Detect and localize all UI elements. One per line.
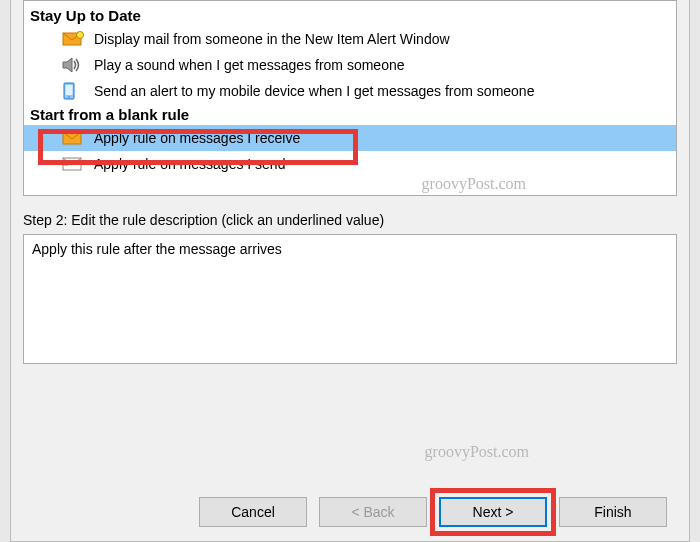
- section-header-blank-rule: Start from a blank rule: [24, 104, 676, 125]
- svg-point-5: [68, 96, 70, 98]
- rule-item-send[interactable]: Apply rule on messages I send: [24, 151, 676, 177]
- rule-template-list: Stay Up to Date Display mail from someon…: [23, 0, 677, 196]
- speaker-icon: [62, 57, 86, 73]
- section-header-stay-up-to-date: Stay Up to Date: [24, 5, 676, 26]
- finish-button[interactable]: Finish: [559, 497, 667, 527]
- rule-item-label: Display mail from someone in the New Ite…: [94, 29, 450, 49]
- rule-item-receive[interactable]: Apply rule on messages I receive: [24, 125, 676, 151]
- step2-label: Step 2: Edit the rule description (click…: [23, 212, 677, 228]
- rule-item-label: Apply rule on messages I send: [94, 154, 285, 174]
- rules-wizard-dialog: Stay Up to Date Display mail from someon…: [10, 0, 690, 542]
- svg-marker-2: [63, 58, 72, 72]
- rule-item-label: Apply rule on messages I receive: [94, 128, 300, 148]
- rule-description-box[interactable]: Apply this rule after the message arrive…: [23, 234, 677, 364]
- rule-item-play-sound[interactable]: Play a sound when I get messages from so…: [24, 52, 676, 78]
- rule-item-new-alert[interactable]: Display mail from someone in the New Ite…: [24, 26, 676, 52]
- rule-item-mobile-alert[interactable]: Send an alert to my mobile device when I…: [24, 78, 676, 104]
- svg-point-1: [77, 32, 84, 39]
- cancel-button[interactable]: Cancel: [199, 497, 307, 527]
- envelope-out-icon: [62, 156, 86, 172]
- svg-rect-4: [66, 85, 73, 95]
- watermark-text: groovyPost.com: [422, 175, 526, 193]
- wizard-button-row: Cancel < Back Next > Finish: [199, 497, 667, 527]
- next-button[interactable]: Next >: [439, 497, 547, 527]
- watermark-text-2: groovyPost.com: [425, 443, 529, 461]
- back-button: < Back: [319, 497, 427, 527]
- envelope-in-icon: [62, 130, 86, 146]
- rule-item-label: Play a sound when I get messages from so…: [94, 55, 405, 75]
- rule-description-text: Apply this rule after the message arrive…: [32, 241, 282, 257]
- rule-item-label: Send an alert to my mobile device when I…: [94, 81, 534, 101]
- envelope-alert-icon: [62, 31, 86, 47]
- mobile-icon: [62, 82, 86, 100]
